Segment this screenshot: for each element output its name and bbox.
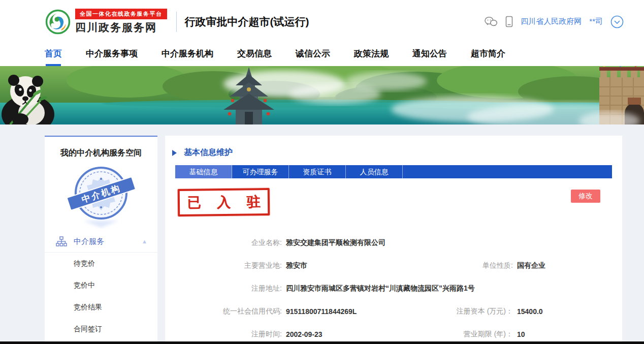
page-title: 行政审批中介超市(试运行) <box>185 15 309 29</box>
window-bottom-edge <box>0 341 644 344</box>
form-row: 注册时间: 2002-09-23 营业期限 (年)： 10 <box>175 323 612 344</box>
sidebar-item-pending-bid[interactable]: 待竞价 <box>74 253 157 274</box>
wechat-icon[interactable] <box>484 16 498 27</box>
sidebar: 我的中介机构服务空间 中介机构 中介服务 ▲ 待竞价 竞价中 竞价结果 合同签订… <box>45 136 157 344</box>
sidebar-item-bidding[interactable]: 竞价中 <box>74 274 157 296</box>
credit-code-value: 91511800711844269L <box>286 307 357 316</box>
registration-date-label: 注册时间: <box>175 330 282 339</box>
edit-button[interactable]: 修改 <box>571 190 600 203</box>
tab-bar: 基础信息 可办理服务 资质证书 人员信息 <box>175 165 612 178</box>
company-name-value: 雅安交建集团平顺检测有限公司 <box>286 238 385 247</box>
sidebar-item-contract-signing[interactable]: 合同签订 <box>74 318 157 340</box>
form-row: 注册地址: 四川雅安市雨城区多营镇对岩村“川滇藏物流园区”兴雨路1号 <box>175 277 612 300</box>
mobile-phone-icon[interactable] <box>505 16 513 27</box>
registered-address-value: 四川雅安市雨城区多营镇对岩村“川滇藏物流园区”兴雨路1号 <box>286 284 475 293</box>
main-content: 基本信息维护 基础信息 可办理服务 资质证书 人员信息 已 入 驻 修改 企业名… <box>165 136 622 344</box>
section-title: 基本信息维护 <box>184 147 233 158</box>
site-name: 四川政务服务网 <box>75 20 167 35</box>
sidebar-submenu: 待竞价 竞价中 竞价结果 合同签订 服务成果 <box>45 253 157 344</box>
business-area-label: 主要营业地: <box>175 261 282 270</box>
tab-basic-info[interactable]: 基础信息 <box>175 165 232 178</box>
basic-info-form: 企业名称: 雅安交建集团平顺检测有限公司 主要营业地: 雅安市 单位性质: 国有… <box>175 231 612 344</box>
sichuan-gov-logo-icon <box>45 9 71 35</box>
site-logo: 全国一体化在线政务服务平台 四川政务服务网 <box>45 9 167 35</box>
nav-item-policies[interactable]: 政策法规 <box>354 43 389 66</box>
registered-capital-value: 15400.0 <box>517 307 543 316</box>
form-row: 主要营业地: 雅安市 单位性质: 国有企业 <box>175 254 612 277</box>
nav-item-integrity[interactable]: 诚信公示 <box>296 43 330 66</box>
username[interactable]: **司 <box>589 17 603 26</box>
nav-item-agencies[interactable]: 中介服务机构 <box>162 43 213 66</box>
unit-nature-label: 单位性质: <box>439 261 513 270</box>
agency-stamp-icon: 中介机构 <box>63 164 139 229</box>
scenic-banner-image <box>0 66 644 124</box>
nav-item-service-matters[interactable]: 中介服务事项 <box>86 43 138 66</box>
unit-nature-value: 国有企业 <box>517 261 545 270</box>
status-row: 已 入 驻 修改 <box>175 186 612 222</box>
nav-item-transactions[interactable]: 交易信息 <box>237 43 272 66</box>
header-divider <box>176 12 177 32</box>
credit-code-label: 统一社会信用代码: <box>175 307 282 316</box>
form-row: 统一社会信用代码: 91511800711844269L 注册资本 (万元)： … <box>175 300 612 323</box>
nav-item-about[interactable]: 超市简介 <box>471 43 505 66</box>
platform-badge: 全国一体化在线政务服务平台 <box>75 9 167 19</box>
sidebar-menu-label: 中介服务 <box>74 237 104 246</box>
triangle-right-icon <box>172 150 177 156</box>
registered-capital-label: 注册资本 (万元)： <box>439 307 513 316</box>
registration-date-value: 2002-09-23 <box>286 330 323 338</box>
collapse-arrow-icon[interactable]: ▲ <box>142 238 147 244</box>
tab-available-services[interactable]: 可办理服务 <box>232 165 289 178</box>
nav-item-notices[interactable]: 通知公告 <box>412 43 447 66</box>
main-nav: 首页 中介服务事项 中介服务机构 交易信息 诚信公示 政策法规 通知公告 超市简… <box>0 43 644 66</box>
registered-status-stamp: 已 入 驻 <box>178 188 270 216</box>
gov-portal-link[interactable]: 四川省人民政府网 <box>521 17 582 26</box>
business-area-value: 雅安市 <box>286 261 307 270</box>
sidebar-title: 我的中介机构服务空间 <box>45 148 157 159</box>
header-right: 四川省人民政府网 **司 <box>484 15 624 28</box>
sidebar-menu-intermediary-service[interactable]: 中介服务 ▲ <box>45 231 157 253</box>
chevron-down-icon[interactable] <box>610 15 624 28</box>
form-row: 企业名称: 雅安交建集团平顺检测有限公司 <box>175 231 612 254</box>
business-term-label: 营业期限 (年)： <box>439 330 513 339</box>
sitemap-icon <box>56 236 67 246</box>
nav-item-home[interactable]: 首页 <box>45 43 62 66</box>
brand-block: 全国一体化在线政务服务平台 四川政务服务网 <box>75 9 167 35</box>
tab-personnel-info[interactable]: 人员信息 <box>346 165 403 178</box>
registered-address-label: 注册地址: <box>175 284 282 293</box>
business-term-value: 10 <box>517 330 525 338</box>
header: 全国一体化在线政务服务平台 四川政务服务网 行政审批中介超市(试运行) 四川省人… <box>0 0 644 43</box>
company-name-label: 企业名称: <box>175 238 282 247</box>
section-header: 基本信息维护 <box>175 147 612 158</box>
sidebar-item-bid-results[interactable]: 竞价结果 <box>74 296 157 318</box>
tab-qualification-certificates[interactable]: 资质证书 <box>289 165 346 178</box>
